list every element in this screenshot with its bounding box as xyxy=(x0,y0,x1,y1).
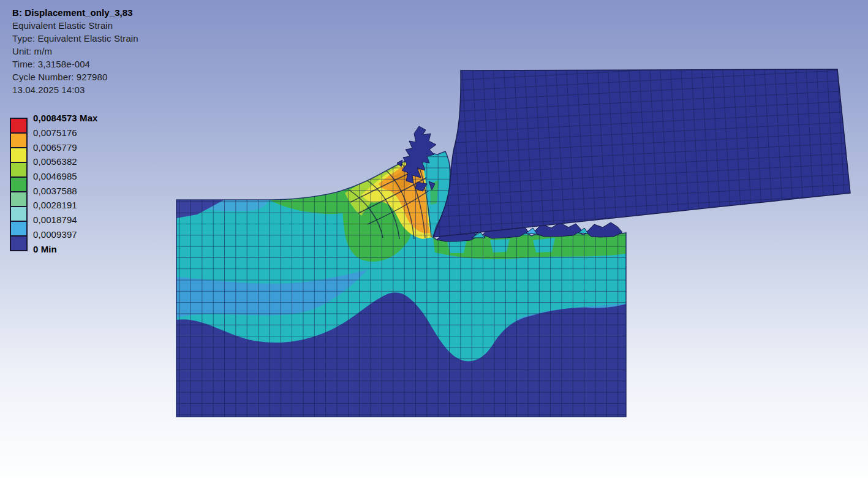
legend-min-label: 0 Min xyxy=(33,241,98,256)
legend-tick-label: 0,0037588 xyxy=(33,183,98,198)
result-name-line: Equivalent Elastic Strain xyxy=(12,19,138,32)
legend-band[interactable] xyxy=(11,148,26,163)
legend-band[interactable] xyxy=(11,163,26,178)
result-time-line: Time: 3,3158e-004 xyxy=(12,58,138,70)
graphics-viewport[interactable]: B: Displacement_only_3,83 Equivalent Ela… xyxy=(0,0,868,478)
legend-band[interactable] xyxy=(11,134,26,148)
legend-tick-label: 0,0018794 xyxy=(33,213,98,227)
result-title: B: Displacement_only_3,83 xyxy=(12,6,138,19)
legend-color-bar[interactable] xyxy=(10,118,28,251)
legend-band[interactable] xyxy=(11,222,26,237)
legend-band[interactable] xyxy=(11,119,26,134)
legend-band[interactable] xyxy=(11,178,26,192)
legend-labels: 0,0084573 Max 0,0075176 0,0065779 0,0056… xyxy=(33,111,98,256)
legend-tick-label: 0,0028191 xyxy=(33,198,98,213)
legend-tick-label: 0,0065779 xyxy=(33,140,98,154)
legend-band[interactable] xyxy=(11,237,26,250)
result-type-line: Type: Equivalent Elastic Strain xyxy=(12,32,138,45)
legend-tick-label: 0,0009397 xyxy=(33,227,98,242)
legend-tick-label: 0,0046985 xyxy=(33,169,98,184)
legend-band[interactable] xyxy=(11,192,26,207)
result-info-block: B: Displacement_only_3,83 Equivalent Ela… xyxy=(12,6,138,96)
result-cycle-line: Cycle Number: 927980 xyxy=(12,70,138,83)
result-unit-line: Unit: m/m xyxy=(12,45,138,58)
surface-shard xyxy=(586,222,622,237)
legend-band[interactable] xyxy=(11,207,26,222)
tool-grid xyxy=(423,55,864,251)
legend-max-label: 0,0084573 Max xyxy=(33,111,98,126)
cutting-tool-mesh[interactable] xyxy=(423,55,864,251)
legend-tick-label: 0,0056382 xyxy=(33,154,98,169)
result-date-line: 13.04.2025 14:03 xyxy=(12,83,138,96)
legend-tick-label: 0,0075176 xyxy=(33,126,98,140)
